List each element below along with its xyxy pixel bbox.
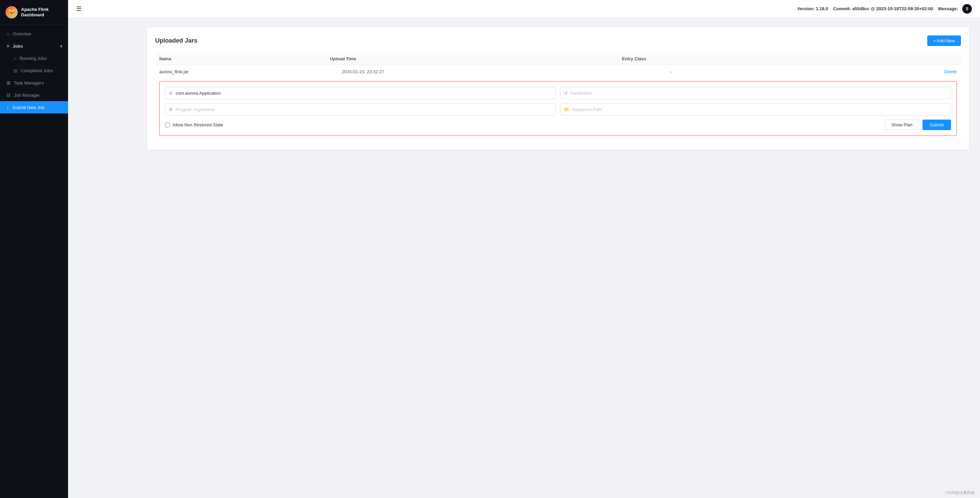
message-label: Message: <box>938 6 958 11</box>
entry-class-input[interactable] <box>176 91 552 96</box>
sidebar-item-completed-jobs[interactable]: ◎ Completed Jobs <box>0 64 68 77</box>
table-header: Name Upload Time Entry Class <box>155 53 961 65</box>
savepoint-path-input[interactable] <box>572 107 947 112</box>
jar-upload-time: 2024-01-23, 23:32:27 <box>342 69 670 74</box>
col-upload-time: Upload Time <box>326 53 617 65</box>
sidebar-item-job-manager[interactable]: ⊟ Job Manager <box>0 89 68 101</box>
jar-expanded-form: ⚙ ↺ <box>155 81 961 141</box>
sidebar-item-running-jobs[interactable]: ○ Running Jobs <box>0 52 68 64</box>
allow-non-restored-text: Allow Non Restored State <box>172 122 223 128</box>
chevron-up-icon: ∧ <box>60 44 63 48</box>
sidebar-item-label: Completed Jobs <box>21 68 53 73</box>
sidebar-item-submit-new-job[interactable]: ↓ Submit New Job <box>0 101 68 113</box>
jar-row-cell: aurora_flink.jar 2024-01-23, 23:32:27 - … <box>155 65 961 142</box>
jar-name: aurora_flink.jar <box>159 69 342 74</box>
sidebar-logo: 🐱 Apache Flink Dashboard <box>0 0 68 25</box>
table-body: aurora_flink.jar 2024-01-23, 23:32:27 - … <box>155 65 961 142</box>
allow-non-restored-label[interactable]: Allow Non Restored State <box>165 122 223 128</box>
header: ☰ Version: 1.18.0 Commit: a5548cc @ 2023… <box>68 0 980 18</box>
message-badge[interactable]: 0 <box>962 4 972 14</box>
submit-button[interactable]: Submit <box>923 120 951 130</box>
uploaded-jars-card: Uploaded Jars + Add New Name Upload Time… <box>147 27 969 150</box>
parallelism-wrap: ↺ <box>560 87 951 99</box>
form-row-1: ⚙ ↺ <box>165 87 951 99</box>
parallelism-input[interactable] <box>570 91 947 96</box>
sidebar-nav: ○ Overview ≡ Jobs ∧ ○ Running Jobs ◎ Com… <box>0 25 68 498</box>
app-logo-icon: 🐱 <box>5 6 18 18</box>
version-value: 1.18.0 <box>816 6 828 11</box>
commit-value: a5548cc @ 2023-10-18T22:09:35+02:00 <box>852 6 933 11</box>
jar-name-row: aurora_flink.jar 2024-01-23, 23:32:27 - … <box>155 65 961 78</box>
version-label: Version: <box>797 6 815 11</box>
circle-icon: ○ <box>6 31 9 37</box>
table-row: aurora_flink.jar 2024-01-23, 23:32:27 - … <box>155 65 961 142</box>
form-buttons: Show Plan Submit <box>885 120 951 130</box>
sidebar-item-label: Jobs <box>13 44 23 49</box>
main-content: Uploaded Jars + Add New Name Upload Time… <box>136 18 980 498</box>
sidebar-item-label: Overview <box>13 31 31 37</box>
sidebar-item-label: Submit New Job <box>12 105 45 110</box>
sidebar-item-label: Job Manager <box>14 93 40 98</box>
jar-form: ⚙ ↺ <box>159 81 957 136</box>
show-plan-button[interactable]: Show Plan <box>885 120 919 130</box>
delete-link[interactable]: Delete <box>944 69 957 74</box>
form-actions: Allow Non Restored State Show Plan Submi… <box>165 120 951 130</box>
commit-label: Commit: <box>833 6 851 11</box>
list-icon: ≡ <box>6 43 9 49</box>
entry-class-icon: ⚙ <box>169 91 173 96</box>
completed-icon: ◎ <box>13 68 18 73</box>
version-info: Version: 1.18.0 Commit: a5548cc @ 2023-1… <box>797 6 958 11</box>
sidebar-item-label: Running Jobs <box>19 56 47 61</box>
program-args-input[interactable] <box>176 107 552 112</box>
page-title: Uploaded Jars <box>155 37 197 44</box>
jar-entry-class: - <box>670 69 944 74</box>
form-row-2: ⚙ 📁 <box>165 103 951 115</box>
program-args-icon: ⚙ <box>169 107 173 112</box>
entry-class-wrap: ⚙ <box>165 87 556 99</box>
sidebar-item-overview[interactable]: ○ Overview <box>0 27 68 40</box>
savepoint-icon: 📁 <box>564 107 569 112</box>
hamburger-icon[interactable]: ☰ <box>76 5 82 13</box>
allow-non-restored-checkbox[interactable] <box>165 123 170 128</box>
box-icon: ⊟ <box>6 92 11 98</box>
add-new-button[interactable]: + Add New <box>927 35 961 46</box>
program-args-wrap: ⚙ <box>165 103 556 115</box>
running-icon: ○ <box>13 56 16 61</box>
col-name: Name <box>155 53 326 65</box>
footer: CSDN@冷夏的猫 <box>945 490 975 495</box>
col-entry-class: Entry Class <box>618 53 892 65</box>
col-actions <box>892 53 961 65</box>
header-right: Version: 1.18.0 Commit: a5548cc @ 2023-1… <box>797 4 972 14</box>
sidebar-logo-text: Apache Flink Dashboard <box>21 7 63 18</box>
card-header: Uploaded Jars + Add New <box>155 35 961 46</box>
jars-table: Name Upload Time Entry Class aurora_flin… <box>155 53 961 142</box>
parallelism-icon: ↺ <box>564 91 568 96</box>
header-left: ☰ <box>76 5 82 13</box>
sidebar-item-jobs[interactable]: ≡ Jobs ∧ <box>0 40 68 52</box>
grid-icon: ⊞ <box>6 80 11 86</box>
sidebar: 🐱 Apache Flink Dashboard ○ Overview ≡ Jo… <box>0 0 68 498</box>
sidebar-item-task-managers[interactable]: ⊞ Task Managers <box>0 77 68 89</box>
download-icon: ↓ <box>6 105 9 110</box>
savepoint-path-wrap: 📁 <box>560 103 951 115</box>
sidebar-item-label: Task Managers <box>14 80 44 86</box>
footer-text: CSDN@冷夏的猫 <box>945 490 975 495</box>
